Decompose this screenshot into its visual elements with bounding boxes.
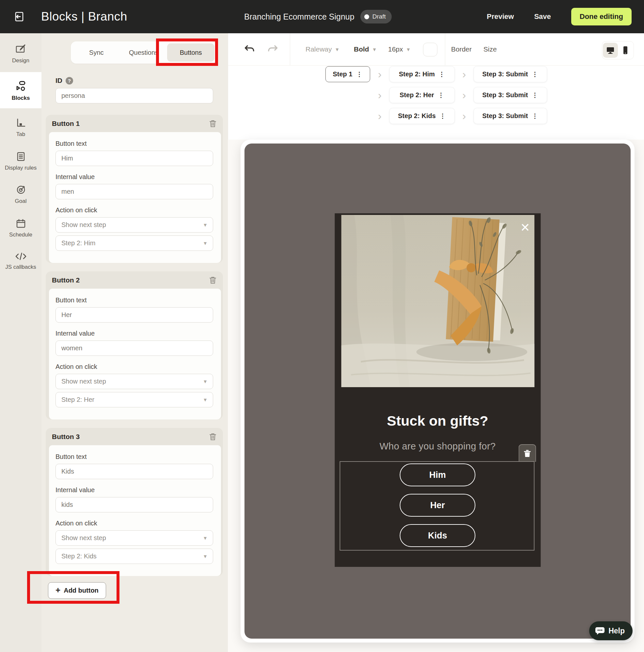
rail-item-design[interactable]: Design bbox=[0, 38, 42, 68]
delete-block-trash-icon[interactable] bbox=[518, 444, 536, 462]
step-3-submit-chip[interactable]: Step 3: Submit ⋮ bbox=[473, 87, 547, 103]
chevron-down-icon: ▼ bbox=[203, 535, 208, 541]
status-badge[interactable]: Draft bbox=[360, 10, 392, 24]
add-button[interactable]: + Add button bbox=[48, 582, 106, 599]
step-2-her-chip[interactable]: Step 2: Her ⋮ bbox=[389, 87, 455, 103]
close-icon[interactable]: ✕ bbox=[520, 222, 530, 234]
button-3-target-step-select[interactable]: Step 2: Kids ▼ bbox=[55, 549, 213, 564]
delete-button-3-trash-icon[interactable] bbox=[209, 433, 216, 441]
step-1-chip[interactable]: Step 1 ⋮ bbox=[326, 66, 370, 82]
button-1-internal-value-input[interactable] bbox=[55, 184, 213, 199]
steps-flow: Step 1 ⋮ › Step 2: Him ⋮ › Step 3: Submi… bbox=[326, 66, 547, 124]
size-button[interactable]: Size bbox=[483, 33, 497, 65]
chevron-right-icon: › bbox=[370, 66, 389, 82]
font-size-select[interactable]: 16px ▼ bbox=[388, 33, 411, 65]
undo-icon[interactable] bbox=[243, 43, 256, 55]
delete-button-2-trash-icon[interactable] bbox=[209, 276, 216, 284]
chevron-down-icon: ▼ bbox=[406, 47, 411, 52]
desktop-view-icon[interactable] bbox=[603, 43, 618, 58]
mobile-view-icon[interactable] bbox=[618, 43, 633, 58]
rail-item-js-callbacks[interactable]: JS callbacks bbox=[0, 246, 42, 275]
back-icon[interactable] bbox=[12, 10, 26, 24]
kebab-menu-icon[interactable]: ⋮ bbox=[532, 112, 539, 120]
choice-kids-button[interactable]: Kids bbox=[400, 524, 475, 547]
chevron-down-icon: ▼ bbox=[203, 397, 208, 403]
step-2-him-chip[interactable]: Step 2: Him ⋮ bbox=[389, 66, 455, 82]
button-3-internal-value-input[interactable] bbox=[55, 497, 213, 512]
goal-target-icon bbox=[15, 184, 26, 195]
kebab-menu-icon[interactable]: ⋮ bbox=[439, 71, 445, 78]
preview-canvas: ✕ Stuck on gifts? Who are you shopping f… bbox=[244, 143, 630, 639]
rail-item-blocks[interactable]: Blocks bbox=[0, 72, 42, 108]
action-on-click-label: Action on click bbox=[55, 207, 213, 214]
blocks-shapes-icon bbox=[15, 80, 27, 92]
chevron-down-icon: ▼ bbox=[203, 222, 208, 228]
app-title: Blocks | Branch bbox=[41, 10, 127, 24]
chat-bubble-icon bbox=[595, 627, 605, 635]
kebab-menu-icon[interactable]: ⋮ bbox=[438, 91, 444, 99]
help-tooltip-icon[interactable]: ? bbox=[66, 77, 73, 84]
chevron-right-icon: › bbox=[455, 66, 473, 82]
popup-header-image bbox=[341, 215, 534, 387]
font-weight-select[interactable]: Bold ▼ bbox=[354, 33, 377, 65]
font-family-select[interactable]: Raleway ▼ bbox=[306, 33, 339, 65]
button-2-text-input[interactable] bbox=[55, 307, 213, 323]
kebab-menu-icon[interactable]: ⋮ bbox=[440, 112, 446, 120]
status-dot-icon bbox=[364, 15, 369, 19]
editor-main: Raleway ▼ Bold ▼ 16px ▼ Border Size bbox=[228, 33, 644, 652]
help-button[interactable]: Help bbox=[589, 621, 633, 640]
button-1-action-select[interactable]: Show next step ▼ bbox=[55, 217, 213, 233]
chevron-down-icon: ▼ bbox=[203, 379, 208, 384]
design-brush-icon bbox=[15, 43, 27, 55]
save-button[interactable]: Save bbox=[534, 12, 551, 21]
preview-button[interactable]: Preview bbox=[487, 12, 514, 21]
delete-button-1-trash-icon[interactable] bbox=[209, 120, 216, 128]
border-button[interactable]: Border bbox=[451, 33, 472, 65]
kebab-menu-icon[interactable]: ⋮ bbox=[356, 71, 363, 78]
rail-item-display-rules[interactable]: Display rules bbox=[0, 146, 42, 175]
button-2-card: Button 2 Button text Internal value bbox=[46, 271, 223, 419]
rail-item-tab[interactable]: Tab bbox=[0, 112, 42, 142]
tab-questions[interactable]: Questions bbox=[120, 44, 168, 62]
step-3-submit-chip[interactable]: Step 3: Submit ⋮ bbox=[473, 66, 547, 82]
button-3-text-input[interactable] bbox=[55, 464, 213, 479]
kebab-menu-icon[interactable]: ⋮ bbox=[532, 71, 539, 78]
button-2-action-select[interactable]: Show next step ▼ bbox=[55, 374, 213, 389]
chevron-right-icon: › bbox=[370, 108, 389, 124]
button-text-label: Button text bbox=[55, 140, 213, 147]
tab-sync[interactable]: Sync bbox=[73, 44, 120, 62]
rail-item-goal[interactable]: Goal bbox=[0, 179, 42, 209]
rail-item-schedule[interactable]: Schedule bbox=[0, 213, 42, 242]
tab-corner-icon bbox=[15, 117, 26, 129]
choice-him-button[interactable]: Him bbox=[400, 463, 475, 486]
button-text-label: Button text bbox=[55, 453, 213, 461]
popup-preview: ✕ Stuck on gifts? Who are you shopping f… bbox=[335, 213, 541, 567]
block-settings-panel: Sync Questions Buttons ID ? Button 1 But… bbox=[42, 33, 228, 652]
internal-value-label: Internal value bbox=[55, 173, 213, 181]
preview-canvas-frame: ✕ Stuck on gifts? Who are you shopping f… bbox=[240, 140, 635, 643]
step-2-kids-chip[interactable]: Step 2: Kids ⋮ bbox=[389, 108, 455, 124]
tab-buttons[interactable]: Buttons bbox=[167, 44, 214, 62]
choice-her-button[interactable]: Her bbox=[400, 494, 475, 517]
panel-tabs: Sync Questions Buttons bbox=[71, 42, 216, 63]
button-2-internal-value-input[interactable] bbox=[55, 341, 213, 356]
project-name: Branching Ecommerce Signup bbox=[244, 12, 355, 22]
redo-icon[interactable] bbox=[266, 43, 279, 55]
schedule-calendar-icon bbox=[15, 218, 26, 229]
id-label: ID bbox=[55, 77, 62, 84]
button-3-action-select[interactable]: Show next step ▼ bbox=[55, 531, 213, 546]
kebab-menu-icon[interactable]: ⋮ bbox=[532, 91, 539, 99]
id-input[interactable] bbox=[55, 88, 213, 103]
done-editing-button[interactable]: Done editing bbox=[571, 8, 632, 25]
format-toolbar: Raleway ▼ Bold ▼ 16px ▼ Border Size bbox=[228, 33, 644, 65]
button-3-title: Button 3 bbox=[52, 433, 80, 441]
chevron-right-icon: › bbox=[455, 87, 473, 103]
plus-icon: + bbox=[55, 586, 60, 594]
action-on-click-label: Action on click bbox=[55, 520, 213, 527]
text-color-swatch[interactable] bbox=[423, 43, 437, 56]
chevron-right-icon: › bbox=[455, 108, 473, 124]
button-1-text-input[interactable] bbox=[55, 151, 213, 166]
button-1-target-step-select[interactable]: Step 2: Him ▼ bbox=[55, 236, 213, 251]
button-2-target-step-select[interactable]: Step 2: Her ▼ bbox=[55, 392, 213, 407]
step-3-submit-chip[interactable]: Step 3: Submit ⋮ bbox=[473, 108, 547, 124]
